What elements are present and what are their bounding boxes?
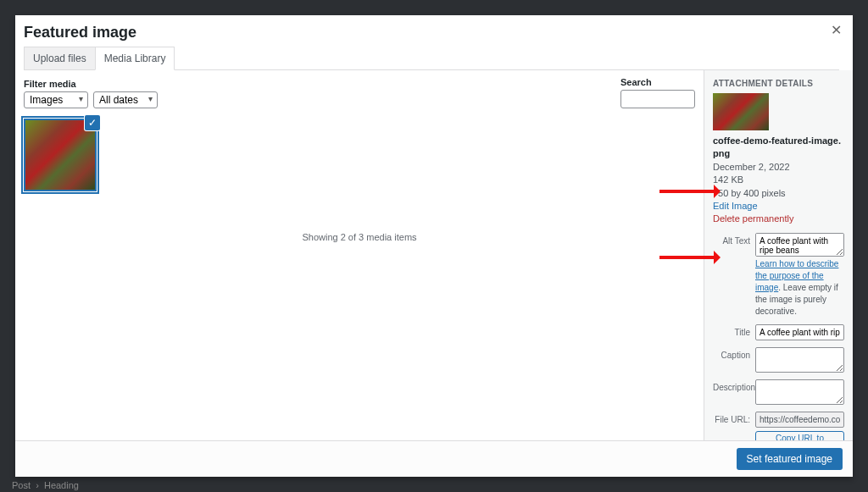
media-type-select[interactable]: Images <box>24 91 88 108</box>
caption-input[interactable] <box>755 347 844 373</box>
copy-url-button[interactable]: Copy URL to clipboard <box>755 431 844 440</box>
alt-text-help: Learn how to describe the purpose of the… <box>755 258 844 318</box>
media-thumb-image <box>25 120 95 190</box>
attachment-filesize: 142 KB <box>713 174 844 186</box>
description-input[interactable] <box>755 379 844 405</box>
modal-header: Featured image ✕ Upload files Media Libr… <box>15 15 853 70</box>
media-status: Showing 2 of 3 media items <box>15 198 704 276</box>
file-url-input[interactable] <box>755 412 844 428</box>
filter-media-label: Filter media <box>24 79 158 89</box>
attachment-dimensions: 750 by 400 pixels <box>713 187 844 200</box>
attachment-date: December 2, 2022 <box>713 161 844 174</box>
attachment-meta: coffee-demo-featured-image.png December … <box>713 135 844 226</box>
file-url-label: File URL: <box>713 412 750 424</box>
tabs: Upload files Media Library <box>24 47 839 70</box>
description-label: Description <box>713 379 750 392</box>
annotation-arrow-alt <box>659 190 719 193</box>
media-grid: ✓ <box>15 112 704 198</box>
featured-image-modal: Featured image ✕ Upload files Media Libr… <box>15 15 853 477</box>
delete-permanently-link[interactable]: Delete permanently <box>713 213 844 225</box>
media-date-select[interactable]: All dates <box>93 91 158 108</box>
alt-text-label: Alt Text <box>713 233 750 246</box>
attachment-filename: coffee-demo-featured-image.png <box>713 135 844 161</box>
attachment-heading: ATTACHMENT DETAILS <box>713 79 844 88</box>
media-browser: Filter media Images All dates <box>15 70 704 440</box>
modal-footer: Set featured image <box>15 440 853 477</box>
alt-text-input[interactable]: A coffee plant with ripe beans <box>755 233 844 257</box>
close-icon[interactable]: ✕ <box>827 22 844 39</box>
modal-title: Featured image <box>24 22 839 47</box>
attachment-thumb <box>713 93 769 130</box>
tab-media-library[interactable]: Media Library <box>95 47 175 70</box>
tab-upload-files[interactable]: Upload files <box>24 47 96 69</box>
title-label: Title <box>713 324 750 337</box>
annotation-arrow-title <box>659 256 719 259</box>
title-input[interactable] <box>755 324 844 340</box>
set-featured-image-button[interactable]: Set featured image <box>737 448 843 470</box>
media-thumb-selected[interactable]: ✓ <box>24 119 97 191</box>
check-icon[interactable]: ✓ <box>85 115 100 130</box>
caption-label: Caption <box>713 347 750 360</box>
search-label: Search <box>620 77 695 87</box>
breadcrumb: Post › Heading <box>12 480 79 490</box>
toolbar: Filter media Images All dates <box>15 70 704 112</box>
edit-image-link[interactable]: Edit Image <box>713 200 844 213</box>
search-input[interactable] <box>620 90 695 108</box>
